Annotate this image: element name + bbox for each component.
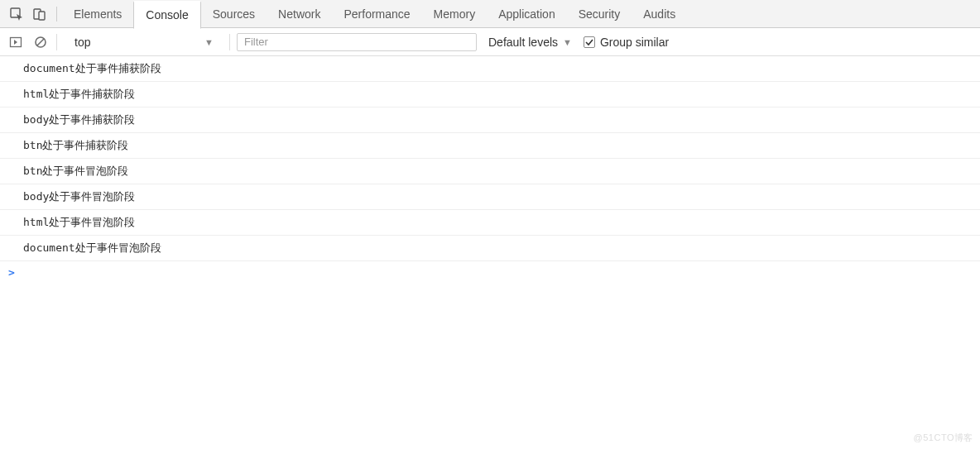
tab-label: Security [579, 7, 621, 21]
tab-label: Network [278, 7, 320, 21]
svg-line-5 [37, 39, 44, 45]
checkbox-icon [584, 36, 595, 48]
inspect-element-icon[interactable] [5, 2, 28, 26]
log-row: body处于事件捕获阶段 [0, 107, 980, 133]
console-prompt-row[interactable]: > [0, 261, 980, 284]
tab-label: Application [498, 7, 555, 21]
tab-performance[interactable]: Performance [332, 0, 421, 28]
log-row: body处于事件冒泡阶段 [0, 184, 980, 210]
log-levels-selector[interactable]: Default levels ▼ [483, 36, 577, 49]
tab-sources[interactable]: Sources [201, 0, 267, 28]
log-row: html处于事件捕获阶段 [0, 82, 980, 107]
divider [56, 34, 57, 50]
tab-label: Elements [74, 7, 122, 21]
divider [229, 34, 230, 50]
chevron-down-icon: ▼ [204, 37, 214, 47]
chevron-down-icon: ▼ [563, 37, 572, 47]
tab-security[interactable]: Security [567, 0, 632, 28]
tab-network[interactable]: Network [267, 0, 332, 28]
group-similar-toggle[interactable]: Group similar [584, 36, 669, 49]
log-row: document处于事件捕获阶段 [0, 56, 980, 82]
levels-label: Default levels [488, 36, 558, 49]
devtools-tabs-bar: ElementsConsoleSourcesNetworkPerformance… [0, 0, 980, 28]
execution-context-selector[interactable]: top ▼ [65, 33, 223, 51]
show-console-sidebar-icon[interactable] [7, 33, 25, 51]
tab-elements[interactable]: Elements [62, 0, 133, 28]
console-output: document处于事件捕获阶段html处于事件捕获阶段body处于事件捕获阶段… [0, 56, 980, 261]
tab-audits[interactable]: Audits [632, 0, 687, 28]
tab-label: Sources [213, 7, 255, 21]
tab-label: Console [146, 8, 188, 21]
log-row: document处于事件冒泡阶段 [0, 236, 980, 261]
tab-memory[interactable]: Memory [422, 0, 488, 28]
tabs-container: ElementsConsoleSourcesNetworkPerformance… [62, 0, 687, 28]
tab-label: Audits [643, 7, 675, 21]
console-toolbar: top ▼ Default levels ▼ Group similar [0, 28, 980, 56]
toggle-device-icon[interactable] [28, 2, 51, 26]
log-row: html处于事件冒泡阶段 [0, 210, 980, 236]
tab-application[interactable]: Application [487, 0, 567, 28]
group-similar-label: Group similar [600, 36, 669, 49]
watermark: @51CTO博客 [914, 432, 973, 444]
clear-console-icon[interactable] [31, 33, 50, 51]
tab-label: Performance [343, 7, 410, 21]
log-row: btn处于事件冒泡阶段 [0, 159, 980, 184]
filter-input[interactable] [237, 33, 477, 51]
tab-label: Memory [434, 7, 476, 21]
divider [56, 7, 57, 21]
svg-rect-2 [39, 12, 45, 20]
prompt-caret-icon: > [8, 266, 15, 279]
context-label: top [74, 36, 90, 49]
log-row: btn处于事件捕获阶段 [0, 133, 980, 159]
tab-console[interactable]: Console [133, 1, 200, 29]
